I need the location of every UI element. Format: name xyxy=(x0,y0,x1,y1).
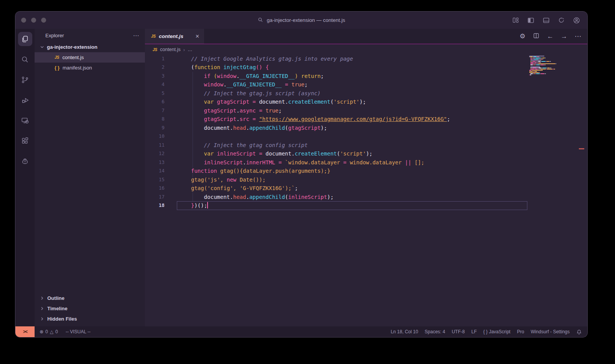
search-icon[interactable] xyxy=(18,52,32,66)
line-number: 15 xyxy=(145,175,165,184)
line-number: 12 xyxy=(145,149,165,158)
line-number: 2 xyxy=(145,63,165,72)
code-line[interactable]: 1// Inject Google Analytics gtag.js into… xyxy=(145,55,587,63)
line-number: 1 xyxy=(145,55,165,63)
code-line[interactable]: 2(function injectGtag() { xyxy=(145,63,587,72)
cursor-position[interactable]: Ln 18, Col 10 xyxy=(391,329,418,334)
status-right-items: Ln 18, Col 10Spaces: 4UTF-8LF{ } JavaScr… xyxy=(391,329,570,334)
json-file-icon: { } xyxy=(55,65,60,71)
remote-explorer-icon[interactable] xyxy=(18,113,32,127)
tree-item-content-js[interactable]: JS content.js xyxy=(35,52,145,63)
activity-bar xyxy=(15,29,35,326)
source-control-icon[interactable] xyxy=(18,73,32,87)
search-icon xyxy=(258,17,263,24)
extensions-icon[interactable] xyxy=(18,134,32,148)
tab-content-js[interactable]: JS content.js ✕ xyxy=(145,29,204,44)
code-line[interactable]: 5// Inject the gtag.js script (async) xyxy=(145,89,587,98)
line-number: 4 xyxy=(145,80,165,89)
breadcrumb[interactable]: JS content.js › … xyxy=(145,45,587,55)
error-icon: ⊗ xyxy=(40,329,43,334)
line-number: 10 xyxy=(145,132,165,141)
problems-indicator[interactable]: ⊗ 0 △ 0 xyxy=(40,329,58,334)
explorer-more-actions-icon[interactable]: ⋯ xyxy=(133,32,140,39)
chevron-right-icon xyxy=(40,306,44,311)
code-line[interactable]: 17document.head.appendChild(inlineScript… xyxy=(145,193,587,202)
section-outline[interactable]: Outline xyxy=(35,293,145,303)
code-line[interactable]: 16gtag('config', 'G-VFQFZKX16G');`; xyxy=(145,184,587,193)
code-line[interactable]: 10 xyxy=(145,132,587,141)
chevron-right-icon: › xyxy=(183,47,185,53)
code-line[interactable]: 8gtagScript.src = "https://www.googletag… xyxy=(145,115,587,124)
account-icon[interactable] xyxy=(573,17,580,24)
explorer-icon[interactable] xyxy=(18,32,32,46)
code-line[interactable]: 13inlineScript.innerHTML = `window.dataL… xyxy=(145,158,587,167)
code-line[interactable]: 15gtag('js', new Date()); xyxy=(145,175,587,184)
line-number: 3 xyxy=(145,72,165,81)
notifications-bell-icon[interactable] xyxy=(576,329,582,335)
line-number: 7 xyxy=(145,106,165,115)
encoding[interactable]: UTF-8 xyxy=(452,329,465,334)
navigate-back-icon[interactable]: ← xyxy=(547,33,554,40)
code-line[interactable]: 9document.head.appendChild(gtagScript); xyxy=(145,124,587,132)
code-line[interactable]: 4window.__GTAG_INJECTED__ = true; xyxy=(145,80,587,89)
plan-badge[interactable]: Pro xyxy=(517,329,524,334)
explorer-title: Explorer xyxy=(45,33,64,38)
code-line[interactable]: 14function gtag(){dataLayer.push(argumen… xyxy=(145,167,587,175)
code-line[interactable]: 18})(); xyxy=(145,201,587,210)
indentation[interactable]: Spaces: 4 xyxy=(425,329,445,334)
chevron-right-icon xyxy=(40,317,44,321)
editor-group: JS content.js ✕ ⚙ ← → ⋯ JS content.js › … xyxy=(145,29,587,326)
run-and-debug-icon[interactable] xyxy=(18,93,32,107)
overview-ruler-mark xyxy=(579,148,584,149)
navigate-forward-icon[interactable]: → xyxy=(561,33,567,40)
layout-customize-icon[interactable] xyxy=(512,17,519,24)
tree-item-manifest-json[interactable]: { } manifest.json xyxy=(35,63,145,73)
toggle-sidebar-icon[interactable] xyxy=(527,17,535,24)
code-line[interactable]: 12var inlineScript = document.createElem… xyxy=(145,149,587,158)
settings-gear-icon[interactable]: ⚙ xyxy=(520,33,525,40)
warning-count: 0 xyxy=(55,329,58,334)
js-file-icon: JS xyxy=(153,48,157,52)
code-editor[interactable]: 1// Inject Google Analytics gtag.js into… xyxy=(145,55,587,327)
code-line[interactable]: 3if (window.__GTAG_INJECTED__) return; xyxy=(145,72,587,81)
line-number: 13 xyxy=(145,158,165,167)
breadcrumb-more[interactable]: … xyxy=(188,47,193,52)
copilot-ring-icon[interactable] xyxy=(558,17,565,24)
windsurf-settings[interactable]: Windsurf - Settings xyxy=(531,329,570,334)
minimap[interactable] xyxy=(529,56,566,76)
more-actions-icon[interactable]: ⋯ xyxy=(575,33,581,40)
toggle-panel-icon[interactable] xyxy=(542,17,550,24)
language-indicator[interactable]: { } JavaScript xyxy=(483,329,510,334)
remote-indicator[interactable]: >< xyxy=(15,326,35,337)
section-hidden-files[interactable]: Hidden Files xyxy=(35,314,145,324)
warning-icon: △ xyxy=(50,329,53,334)
line-number: 17 xyxy=(145,193,165,202)
ai-assistant-icon[interactable] xyxy=(18,154,32,168)
minimap-content xyxy=(529,56,566,75)
section-timeline[interactable]: Timeline xyxy=(35,303,145,314)
code-line[interactable]: 6var gtagScript = document.createElement… xyxy=(145,98,587,106)
tree-root-folder[interactable]: ga-injector-extension xyxy=(35,42,145,52)
status-bar: >< ⊗ 0 △ 0 -- VISUAL -- Ln 18, Col 10Spa… xyxy=(15,326,587,337)
chevron-down-icon xyxy=(40,45,44,49)
code-line[interactable]: 11// Inject the gtag config script xyxy=(145,141,587,150)
code-line[interactable]: 7gtagScript.async = true; xyxy=(145,106,587,115)
vim-mode-indicator[interactable]: -- VISUAL -- xyxy=(66,329,91,334)
chevron-right-icon xyxy=(40,296,44,300)
line-number: 14 xyxy=(145,167,165,175)
window-title: ga-injector-extension — content.js xyxy=(267,17,345,23)
text-cursor xyxy=(207,202,208,208)
close-tab-icon[interactable]: ✕ xyxy=(195,33,199,39)
line-number: 8 xyxy=(145,115,165,124)
tab-label: content.js xyxy=(159,33,183,39)
line-number: 6 xyxy=(145,98,165,106)
eol[interactable]: LF xyxy=(471,329,477,334)
command-center[interactable]: ga-injector-extension — content.js xyxy=(15,12,587,29)
js-file-icon: JS xyxy=(151,34,156,38)
js-file-icon: JS xyxy=(55,55,59,60)
breadcrumb-file[interactable]: content.js xyxy=(160,47,181,52)
split-editor-icon[interactable] xyxy=(533,32,540,41)
tab-bar: JS content.js ✕ ⚙ ← → ⋯ xyxy=(145,29,587,44)
line-number: 16 xyxy=(145,184,165,193)
line-number: 11 xyxy=(145,141,165,150)
